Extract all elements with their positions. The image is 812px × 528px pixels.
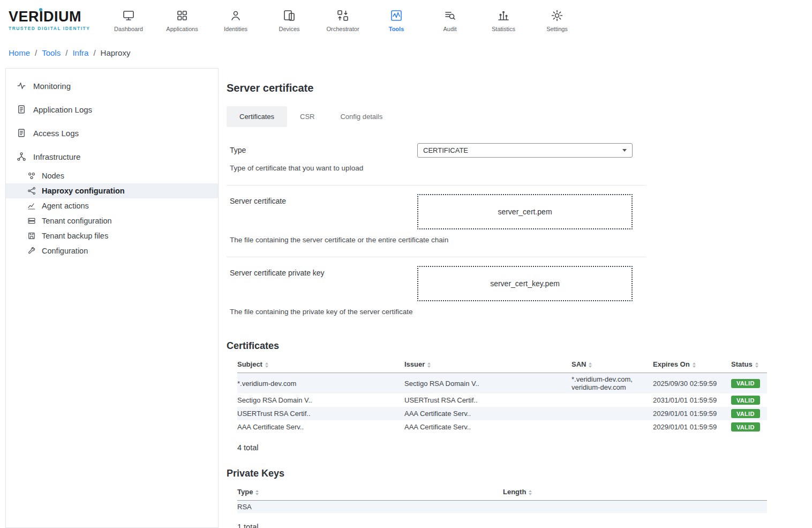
tab-certificates[interactable]: Certificates bbox=[227, 106, 287, 127]
type-label: Type bbox=[230, 143, 417, 158]
cell-subject: *.veridium-dev.com bbox=[237, 373, 404, 394]
nav-label: Statistics bbox=[492, 26, 515, 32]
sidebar-item-access-logs[interactable]: Access Logs bbox=[6, 121, 218, 145]
sort-icon bbox=[693, 362, 696, 368]
brand-name: VERIDIUM bbox=[9, 10, 95, 24]
column-header-expires-on[interactable]: Expires On bbox=[653, 357, 731, 373]
tab-config-details[interactable]: Config details bbox=[327, 106, 395, 127]
cell-status: VALID bbox=[731, 393, 767, 407]
nav-label: Identities bbox=[224, 26, 247, 32]
private-key-dropzone[interactable]: server_cert_key.pem bbox=[417, 266, 633, 301]
sidebar-item-infrastructure[interactable]: Infrastructure bbox=[6, 145, 218, 168]
sidebar-item-label: Access Logs bbox=[33, 129, 79, 138]
brand-logo[interactable]: VERIDIUM TRUSTED DIGITAL IDENTITY bbox=[9, 10, 95, 31]
table-row[interactable]: USERTrust RSA Certif.. AAA Certificate S… bbox=[237, 407, 767, 420]
monitoring-icon bbox=[17, 81, 26, 91]
column-header-type[interactable]: Type bbox=[237, 485, 503, 501]
sidebar-item-tenant-configuration[interactable]: Tenant configuration bbox=[6, 213, 218, 228]
certificates-table: Subject Issuer SAN Expires On Status *.v… bbox=[237, 357, 767, 434]
brand-tagline: TRUSTED DIGITAL IDENTITY bbox=[9, 26, 95, 31]
network-icon bbox=[27, 187, 36, 195]
status-badge: VALID bbox=[731, 396, 760, 405]
tab-bar: Certificates CSR Config details bbox=[227, 106, 812, 127]
server-certificate-filename: server_cert.pem bbox=[498, 207, 552, 216]
sidebar-item-label: Infrastructure bbox=[33, 152, 80, 161]
server-certificate-dropzone[interactable]: server_cert.pem bbox=[417, 194, 633, 229]
sidebar-item-haproxy-configuration[interactable]: Haproxy configuration bbox=[6, 183, 218, 198]
sidebar-item-label: Tenant backup files bbox=[42, 232, 108, 240]
column-header-issuer[interactable]: Issuer bbox=[404, 357, 572, 373]
document-icon bbox=[17, 105, 26, 114]
nav-identities[interactable]: Identities bbox=[209, 9, 262, 32]
nav-dashboard[interactable]: Dashboard bbox=[102, 9, 155, 32]
breadcrumb-infra[interactable]: Infra bbox=[72, 48, 88, 57]
cell-san: *.veridium-dev.com, veridium-dev.com bbox=[572, 373, 653, 394]
column-header-subject[interactable]: Subject bbox=[237, 357, 404, 373]
audit-icon bbox=[443, 9, 456, 23]
content-area: Monitoring Application Logs Access Logs … bbox=[0, 68, 812, 528]
sort-icon bbox=[589, 362, 592, 368]
primary-nav: Dashboard Applications Identities Device… bbox=[102, 9, 584, 32]
document-icon bbox=[17, 128, 26, 138]
nav-devices[interactable]: Devices bbox=[262, 9, 316, 32]
private-key-filename: server_cert_key.pem bbox=[490, 279, 560, 288]
sidebar-item-monitoring[interactable]: Monitoring bbox=[6, 74, 218, 98]
nav-tools[interactable]: Tools bbox=[370, 9, 423, 32]
private-key-section: Server certificate private key server_ce… bbox=[227, 257, 646, 324]
breadcrumb-home[interactable]: Home bbox=[9, 48, 30, 57]
nav-applications[interactable]: Applications bbox=[155, 9, 209, 32]
sidebar-item-agent-actions[interactable]: Agent actions bbox=[6, 198, 218, 213]
private-keys-table: Type Length RSA bbox=[237, 485, 767, 513]
cell-san bbox=[572, 393, 653, 407]
sort-icon bbox=[755, 362, 758, 368]
server-certificate-help-text: The file containing the server certifica… bbox=[227, 230, 646, 252]
nav-label: Tools bbox=[389, 26, 404, 32]
wrench-icon bbox=[27, 247, 36, 255]
column-header-length[interactable]: Length bbox=[503, 485, 767, 501]
server-certificate-section: Server certificate server_cert.pem The f… bbox=[227, 185, 646, 252]
breadcrumb-separator: / bbox=[35, 48, 37, 57]
server-icon bbox=[27, 217, 36, 225]
column-header-san[interactable]: SAN bbox=[572, 357, 653, 373]
nav-settings[interactable]: Settings bbox=[530, 9, 584, 32]
nav-label: Dashboard bbox=[114, 26, 143, 32]
sidebar-item-label: Tenant configuration bbox=[42, 217, 112, 225]
sidebar-item-configuration[interactable]: Configuration bbox=[6, 243, 218, 258]
infrastructure-icon bbox=[17, 152, 26, 161]
sidebar-item-nodes[interactable]: Nodes bbox=[6, 168, 218, 183]
nav-audit[interactable]: Audit bbox=[423, 9, 477, 32]
nav-statistics[interactable]: Statistics bbox=[477, 9, 530, 32]
cell-san bbox=[572, 420, 653, 434]
dashboard-icon bbox=[122, 9, 135, 23]
table-row[interactable]: AAA Certificate Serv.. AAA Certificate S… bbox=[237, 420, 767, 434]
tools-icon bbox=[390, 9, 403, 23]
nav-orchestrator[interactable]: Orchestrator bbox=[316, 9, 370, 32]
certificates-total: 4 total bbox=[237, 443, 812, 452]
type-row: Type CERTIFICATE bbox=[227, 135, 646, 159]
breadcrumb-tools[interactable]: Tools bbox=[42, 48, 61, 57]
certificate-type-value: CERTIFICATE bbox=[423, 146, 468, 154]
table-row[interactable]: Sectigo RSA Domain V.. USERTrust RSA Cer… bbox=[237, 393, 767, 407]
sidebar-item-label: Nodes bbox=[42, 172, 64, 180]
sort-icon bbox=[265, 362, 268, 368]
nav-label: Applications bbox=[166, 26, 198, 32]
table-row[interactable]: *.veridium-dev.com Sectigo RSA Domain V.… bbox=[237, 373, 767, 394]
private-keys-heading: Private Keys bbox=[227, 468, 812, 479]
cell-expires: 2029/01/01 01:59:59 bbox=[653, 420, 731, 434]
table-row[interactable]: RSA bbox=[237, 501, 767, 514]
column-header-status[interactable]: Status bbox=[731, 357, 767, 373]
private-key-label: Server certificate private key bbox=[230, 266, 417, 301]
sidebar-item-tenant-backup-files[interactable]: Tenant backup files bbox=[6, 228, 218, 243]
cell-issuer: Sectigo RSA Domain V.. bbox=[404, 373, 572, 394]
status-badge: VALID bbox=[731, 379, 760, 388]
cell-length bbox=[503, 501, 767, 514]
top-nav: VERIDIUM TRUSTED DIGITAL IDENTITY Dashbo… bbox=[0, 0, 812, 41]
orchestrator-icon bbox=[336, 9, 349, 23]
sidebar-item-application-logs[interactable]: Application Logs bbox=[6, 98, 218, 121]
line-chart-icon bbox=[27, 202, 36, 210]
nodes-icon bbox=[27, 172, 36, 180]
sidebar-item-label: Monitoring bbox=[33, 81, 71, 91]
cell-subject: USERTrust RSA Certif.. bbox=[237, 407, 404, 420]
certificate-type-select[interactable]: CERTIFICATE bbox=[417, 143, 633, 158]
tab-csr[interactable]: CSR bbox=[287, 106, 327, 127]
